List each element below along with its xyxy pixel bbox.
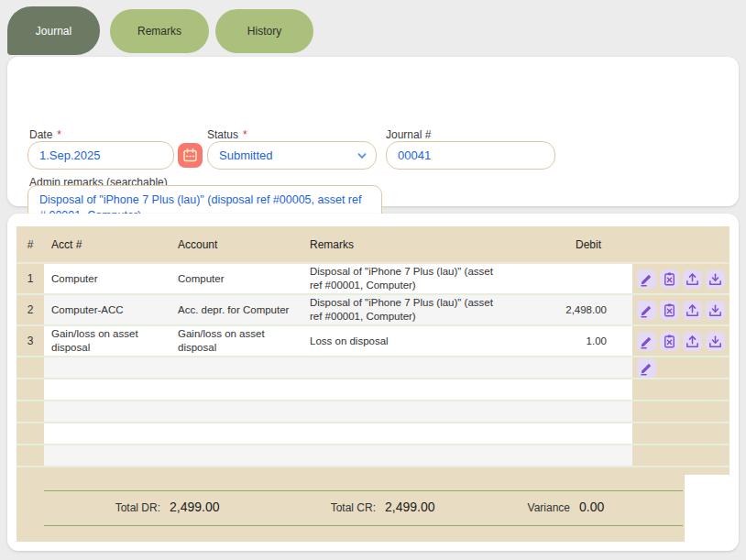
row-actions [632,401,730,422]
edit-icon [639,302,654,318]
row-actions [632,264,730,293]
download-icon [708,334,723,349]
journal-form-card: Date* Status* Submitted Journal # Admin … [7,57,739,206]
row-remarks [304,379,513,400]
header-num: # [16,226,44,262]
row-acct [44,423,174,444]
row-action-delete-button[interactable] [660,269,679,289]
edit-icon [639,271,654,287]
calendar-button[interactable] [178,143,203,168]
table-row [16,445,730,467]
header-remarks: Remarks [304,226,513,262]
tab-history[interactable]: History [215,9,313,53]
row-num [16,379,44,400]
edit-icon [639,334,654,349]
row-debit [513,264,614,293]
variance-value: 0.00 [579,500,604,514]
row-action-edit-button[interactable] [637,358,656,378]
table-row: 2 Computer-ACC Acc. depr. for Computer D… [16,295,730,326]
row-action-upload-button[interactable] [683,332,702,351]
journal-lines-card: # Acct # Account Remarks Debit 1 Compute… [7,214,739,551]
required-asterisk: * [243,128,247,141]
row-action-download-button[interactable] [706,269,725,289]
download-icon [708,302,723,318]
row-account [174,357,304,378]
row-debit: 2,498.00 [513,295,614,324]
chevron-down-icon [357,150,368,161]
row-account [174,445,304,466]
row-debit [513,423,614,444]
table-header-row: # Acct # Account Remarks Debit [16,226,730,264]
totals-bar: Total DR: 2,499.00 Total CR: 2,499.00 Va… [16,475,685,542]
delete-icon [662,302,677,318]
row-action-edit-button[interactable] [637,269,656,289]
row-action-upload-button[interactable] [683,269,702,289]
delete-icon [662,271,677,287]
header-account: Account [174,226,304,262]
table-row [16,401,730,423]
table-row: 1 Computer Computer Disposal of "iPhone … [16,264,730,295]
total-dr-value: 2,499.00 [170,500,220,514]
row-account [174,379,304,400]
row-action-edit-button[interactable] [637,301,656,320]
row-num: 1 [16,264,44,293]
calendar-icon [182,148,198,163]
header-acct: Acct # [44,226,174,262]
row-action-delete-button[interactable] [660,332,679,351]
row-action-upload-button[interactable] [683,301,702,320]
row-debit [513,357,614,378]
row-action-edit-button[interactable] [637,332,656,351]
status-select[interactable]: Submitted [207,141,377,170]
upload-icon [685,302,700,318]
tab-journal[interactable]: Journal [7,6,100,55]
row-acct: Computer [44,264,174,293]
row-num [16,401,44,422]
table-row: 3 Gain/loss on asset disposal Gain/loss … [16,326,730,357]
date-input[interactable] [27,141,174,170]
download-icon [708,271,723,287]
table-row [16,423,730,445]
journal-number-label: Journal # [386,128,431,141]
row-debit [513,401,614,422]
row-actions [632,445,730,466]
status-label: Status* [207,128,247,141]
row-acct: Gain/loss on asset disposal [44,326,174,356]
row-num [16,445,44,466]
row-action-delete-button[interactable] [660,301,679,320]
row-account [174,401,304,422]
journal-number-input[interactable] [386,141,555,170]
row-account [174,423,304,444]
tab-remarks[interactable]: Remarks [110,9,209,53]
row-actions [632,423,730,444]
row-acct: Computer-ACC [44,295,174,324]
table-row [16,357,730,379]
row-actions [632,357,730,378]
row-actions [632,295,730,324]
row-remarks: Disposal of "iPhone 7 Plus (lau)" (asset… [304,264,513,293]
row-account: Computer [174,264,304,293]
row-remarks: Loss on disposal [304,326,513,356]
upload-icon [685,334,700,349]
status-selected-value: Submitted [219,148,273,162]
row-actions [632,379,730,400]
row-debit: 1.00 [513,326,614,356]
row-account: Acc. depr. for Computer [174,295,304,324]
table-row [16,379,730,401]
total-dr-label: Total DR: [69,501,160,514]
row-remarks [304,445,513,466]
date-label: Date* [29,128,61,141]
row-num: 2 [16,295,44,324]
header-debit: Debit [513,226,614,262]
total-cr-value: 2,499.00 [385,500,435,514]
row-action-download-button[interactable] [706,301,725,320]
delete-icon [662,334,677,349]
row-debit [513,379,614,400]
journal-lines-table: # Acct # Account Remarks Debit 1 Compute… [16,226,730,475]
variance-label: Variance [478,501,570,514]
row-actions [632,326,730,356]
edit-icon [639,360,654,376]
table-body: 1 Computer Computer Disposal of "iPhone … [16,264,730,467]
total-cr-label: Total CR: [284,501,376,514]
required-asterisk: * [57,128,61,141]
row-action-download-button[interactable] [706,332,725,351]
